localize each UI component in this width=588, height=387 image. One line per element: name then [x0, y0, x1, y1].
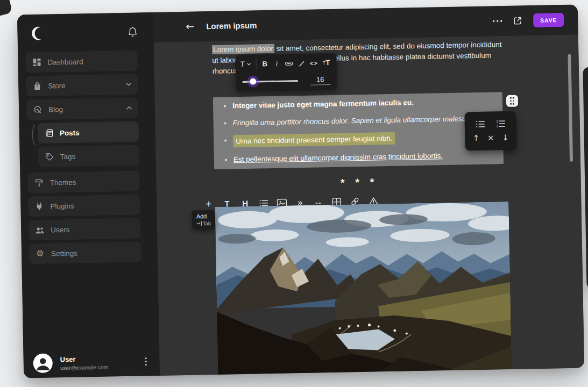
posts-document-icon	[44, 128, 53, 138]
sidebar-item-label: Blog	[48, 105, 63, 113]
crescent-moon-logo[interactable]	[29, 25, 46, 42]
bullet-list-icon[interactable]	[476, 119, 485, 128]
bullet-dot	[224, 105, 226, 108]
bullet-dot	[224, 123, 226, 125]
add-tooltip: Add →Tab	[192, 210, 216, 230]
bullet-dot	[224, 140, 226, 142]
save-button[interactable]: SAVE	[533, 13, 564, 27]
tree-guide-line	[30, 124, 37, 148]
sidebar-item-users[interactable]: Users	[29, 218, 141, 240]
kebab-menu-icon[interactable]	[145, 357, 147, 366]
background-card-right	[583, 66, 588, 289]
font-size-value[interactable]: 16	[310, 75, 330, 85]
background-card-top-left	[0, 0, 12, 19]
sidebar-item-blog[interactable]: Blog	[26, 98, 139, 120]
sidebar-item-label: Settings	[51, 249, 77, 257]
sidebar-item-settings[interactable]: ⚙ Settings	[29, 241, 141, 264]
post-title: Lorem ipsum	[206, 20, 257, 31]
move-down-arrow[interactable]: ↓	[502, 133, 509, 142]
font-size-icon[interactable]: TT	[323, 59, 330, 67]
mountain-landscape-photo[interactable]	[215, 202, 512, 375]
text-format-toolbar: T B i <>	[235, 53, 337, 91]
svg-text:2: 2	[496, 124, 498, 127]
bullet-list-block[interactable]: Integer vitae justo eget magna fermentum…	[213, 92, 504, 169]
code-icon[interactable]: <>	[310, 60, 318, 66]
app-window: Dashboard Store B	[17, 5, 584, 378]
add-block-icon[interactable]: +	[203, 198, 214, 210]
sidebar-item-plugins[interactable]: Plugins	[28, 194, 140, 217]
blog-chat-icon	[33, 105, 42, 114]
plug-icon	[34, 202, 44, 211]
editor-content: Lorem ipsum dolor sit amet, consectetur …	[154, 35, 584, 376]
svg-text:1: 1	[496, 119, 498, 123]
remove-x[interactable]: ×	[487, 134, 494, 142]
text-selection: Lorem ipsum dolor	[212, 44, 274, 54]
dashboard-icon	[32, 58, 41, 67]
toolbar-divider	[256, 59, 257, 69]
highlighted-text: Urna nec tincidunt praesent semper feugi…	[233, 132, 395, 148]
tab-key-icon: →	[196, 221, 202, 226]
chevron-down-icon	[247, 63, 251, 66]
sidebar-item-label: Plugins	[50, 202, 74, 210]
font-size-slider[interactable]	[242, 80, 298, 83]
sidebar-item-label: Themes	[49, 178, 76, 187]
gear-icon: ⚙	[36, 249, 45, 258]
sidebar-item-tags[interactable]: Tags	[38, 145, 139, 167]
pen-icon[interactable]	[298, 60, 305, 67]
text-style-dropdown[interactable]: T	[240, 60, 252, 68]
sidebar-item-label: Dashboard	[47, 58, 83, 66]
sidebar-item-label: Posts	[60, 128, 80, 137]
italic-button[interactable]: i	[273, 59, 280, 68]
more-options-button[interactable]	[493, 20, 502, 22]
sidebar-item-label: Tags	[60, 152, 76, 161]
notification-bell-icon[interactable]	[127, 25, 138, 37]
bold-button[interactable]: B	[261, 60, 268, 68]
drag-handle-dots[interactable]	[506, 95, 518, 107]
link-icon[interactable]	[285, 61, 293, 66]
bullet-dot	[225, 159, 227, 161]
tooltip-title: Add	[196, 213, 211, 219]
user-email: user@example.com	[60, 364, 108, 371]
sidebar-item-store[interactable]: Store	[26, 74, 138, 97]
tag-icon	[45, 152, 54, 161]
sidebar-item-label: Store	[48, 81, 66, 90]
user-profile-row[interactable]: User user@example.com	[29, 347, 154, 378]
store-bag-icon	[32, 81, 41, 90]
list-block-menu: 1 2 ↑ × ↓	[464, 111, 516, 151]
slider-thumb[interactable]	[250, 78, 256, 84]
users-icon	[35, 225, 44, 234]
back-arrow-button[interactable]: ←	[186, 20, 194, 32]
sidebar-item-posts[interactable]: Posts	[38, 121, 139, 144]
paint-roller-icon	[34, 178, 43, 187]
section-divider-stars: * * *	[215, 174, 504, 191]
scrollbar-thumb[interactable]	[568, 54, 573, 162]
numbered-list-icon[interactable]: 1 2	[496, 119, 506, 128]
person-avatar-icon	[33, 354, 53, 374]
tooltip-shortcut: →Tab	[196, 220, 211, 226]
open-external-icon[interactable]	[513, 16, 522, 25]
sidebar: Dashboard Store B	[17, 12, 160, 378]
chevron-up-icon	[126, 106, 132, 110]
desktop-background: Dashboard Store B	[0, 0, 588, 387]
move-up-arrow[interactable]: ↑	[473, 134, 480, 142]
sidebar-item-themes[interactable]: Themes	[27, 170, 140, 193]
sidebar-item-dashboard[interactable]: Dashboard	[25, 51, 138, 73]
user-name: User	[60, 354, 108, 363]
chevron-down-icon	[126, 83, 131, 86]
sidebar-item-label: Users	[51, 225, 70, 234]
